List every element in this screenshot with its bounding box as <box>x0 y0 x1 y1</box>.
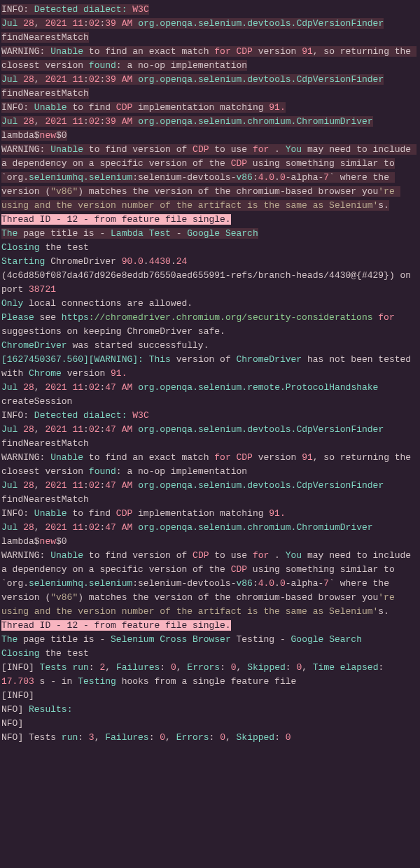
t: ) matches the version of the chromium-ba… <box>78 592 378 603</box>
t: Closing <box>1 648 40 659</box>
t: Google <box>187 228 220 239</box>
t: org.openqa.selenium.devtools.CdpVersionF… <box>138 18 384 29</box>
t: see <box>34 312 62 323</box>
t: 11 <box>72 382 83 393</box>
t: Google <box>291 634 324 645</box>
t: Errors <box>187 662 220 673</box>
t: local connections are allowed. <box>23 298 192 309</box>
t: using something similar to <box>247 564 395 575</box>
t: Skipped <box>247 662 286 673</box>
thread-id-line: Thread ID - 12 - from feature file singl… <box>1 620 231 631</box>
t: WARNING: <box>1 144 45 155</box>
t: W3C <box>132 410 148 421</box>
t: Errors <box>176 732 209 743</box>
t: to find an exact match <box>83 46 214 57</box>
t: Search <box>225 228 258 239</box>
t: AM <box>116 74 138 85</box>
t: ChromeDriver <box>237 354 302 365</box>
t: ) matches the version of the chromium-ba… <box>78 186 378 197</box>
t: the test <box>40 242 89 253</box>
t: page title is - <box>18 228 111 239</box>
t: version <box>253 452 302 463</box>
t: "v86" <box>50 592 78 603</box>
t: 4.0 <box>258 172 274 183</box>
t: org.openqa.selenium.devtools.CdpVersionF… <box>138 480 384 491</box>
t: found <box>89 466 116 477</box>
t: 0 <box>286 732 291 743</box>
t: - <box>171 228 187 239</box>
t: CDP <box>237 46 253 57</box>
t: Time <box>313 662 335 673</box>
t: 11 <box>72 74 83 85</box>
t: 91 <box>302 452 313 463</box>
t: : <box>89 662 100 673</box>
t: 02 <box>89 480 100 491</box>
t: Detected <box>34 410 78 421</box>
t: 0 <box>220 732 225 743</box>
t: CDP <box>116 102 132 113</box>
t: ChromeDriver <box>45 256 121 267</box>
t: The <box>1 634 18 645</box>
t: 28 <box>23 74 34 85</box>
t: $0 <box>56 536 67 547</box>
t: the test <box>40 648 89 659</box>
t: 02 <box>89 18 100 29</box>
t: v86 <box>236 172 252 183</box>
t: : <box>378 662 389 673</box>
t: Jul <box>1 522 23 533</box>
t: , <box>34 382 46 393</box>
t: , <box>237 662 248 673</box>
t: NFO] <box>1 704 23 715</box>
t: Search <box>329 634 362 645</box>
t: Only <box>1 298 23 309</box>
t: 0 <box>231 662 237 673</box>
t: to find <box>67 508 116 519</box>
t: Closing <box>1 242 40 253</box>
t: using something similar to <box>247 158 395 169</box>
t: Testing <box>78 676 116 687</box>
t: s - in <box>34 676 78 687</box>
t: NFO] <box>1 732 23 743</box>
t: 4.0 <box>258 578 274 589</box>
t: Chrome <box>29 368 62 379</box>
t: : <box>83 116 89 127</box>
t: 0 <box>280 172 286 183</box>
t: 2021 <box>45 116 66 127</box>
t: -alpha- <box>286 578 324 589</box>
t: 11 <box>72 480 83 491</box>
t: implementation matching <box>132 102 269 113</box>
t: Unable <box>50 144 83 155</box>
t: Failures <box>116 662 160 673</box>
t: : <box>149 732 160 743</box>
log-level: INFO: <box>1 4 29 15</box>
t: lambda$ <box>1 536 40 547</box>
t: AM <box>116 116 138 127</box>
t: for <box>253 144 269 155</box>
t: elapsed <box>340 662 379 673</box>
t: [INFO] <box>1 690 34 701</box>
t: 11 <box>72 522 83 533</box>
t: , <box>34 522 46 533</box>
t: Lambda <box>111 228 144 239</box>
t: 28 <box>23 18 34 29</box>
t: to use <box>209 144 252 155</box>
t: https <box>62 312 89 323</box>
t: :selenium-devtools- <box>132 172 236 183</box>
t: WARNING: <box>1 452 45 463</box>
t: org.openqa.selenium.devtools.CdpVersionF… <box>138 74 384 85</box>
t: findNearestMatch <box>1 88 89 99</box>
t: new <box>40 536 56 547</box>
t: 11 <box>72 424 83 435</box>
t: v86 <box>236 578 252 589</box>
t: : <box>253 578 258 589</box>
t: , <box>225 732 237 743</box>
t: CDP <box>237 452 253 463</box>
t: to find version of <box>83 144 192 155</box>
t: 47 <box>105 424 116 435</box>
t: findNearestMatch <box>1 32 89 43</box>
t: dialect: <box>83 4 127 15</box>
t: 91. <box>269 102 285 113</box>
t: 91. <box>269 508 285 519</box>
t: . <box>171 256 176 267</box>
t: 39 <box>105 74 116 85</box>
